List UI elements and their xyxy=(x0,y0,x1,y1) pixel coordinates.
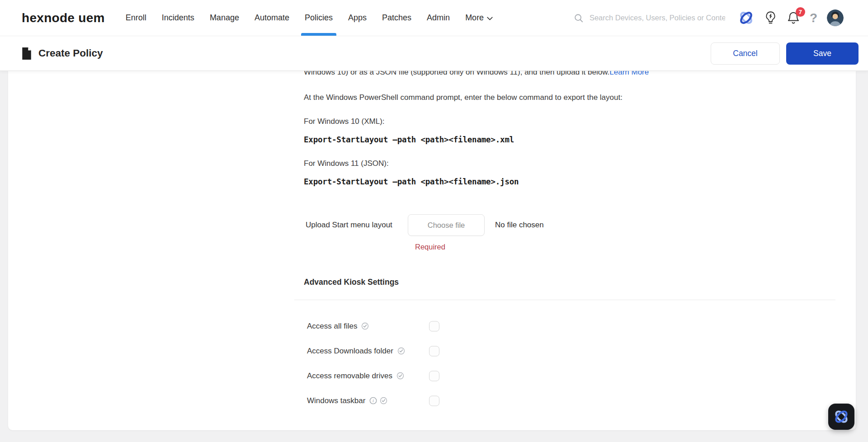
page-title: Create Policy xyxy=(38,47,103,59)
nav-item-label: More xyxy=(465,13,484,23)
upload-start-menu-row: Upload Start menu layout Choose file No … xyxy=(304,214,829,236)
hexnode-logo[interactable]: hexnode uem xyxy=(22,11,105,25)
tips-lightbulb-icon[interactable] xyxy=(764,11,777,25)
nav-item-enroll[interactable]: Enroll xyxy=(126,0,146,36)
policy-editor-card: Windows 10) or as a JSON file (supported… xyxy=(8,71,856,430)
setting-row: Access removable drives i xyxy=(304,363,494,388)
topnav-icons: 7 ? xyxy=(738,9,844,26)
nav-item-label: Patches xyxy=(382,13,411,23)
advanced-kiosk-settings-title: Advanced Kiosk Settings xyxy=(304,277,829,287)
setting-label: Windows taskbar xyxy=(307,396,365,405)
notification-badge: 7 xyxy=(796,7,805,17)
check-circle-icon xyxy=(396,372,404,380)
win10-command: Export-StartLayout –path <path><filename… xyxy=(304,135,829,144)
win11-label: For Windows 11 (JSON): xyxy=(304,159,829,168)
setting-label: Access all files xyxy=(307,322,357,331)
page-header: Create Policy Cancel Save xyxy=(0,36,868,71)
setting-checkbox[interactable] xyxy=(429,321,439,331)
check-circle-icon xyxy=(361,322,369,330)
nav-item-manage[interactable]: Manage xyxy=(210,0,239,36)
setting-label: Access removable drives xyxy=(307,371,392,381)
nav-item-label: Automate xyxy=(255,13,289,23)
nav-item-more[interactable]: More xyxy=(465,0,493,36)
setting-checkbox[interactable] xyxy=(429,395,439,406)
choose-file-button[interactable]: Choose file xyxy=(408,214,485,236)
setting-label: Access Downloads folder xyxy=(307,347,393,356)
file-chosen-status: No file chosen xyxy=(495,221,544,230)
user-avatar[interactable] xyxy=(827,9,844,26)
learn-more-link[interactable]: Learn More xyxy=(609,71,649,76)
setting-row: Windows taskbar i xyxy=(304,388,494,413)
intro-text-clipped: Windows 10) or as a JSON file (supported… xyxy=(304,71,829,78)
top-navigation-bar: hexnode uem Enroll Incidents Manage Auto… xyxy=(0,0,868,36)
section-divider xyxy=(294,300,835,300)
nav-item-policies[interactable]: Policies xyxy=(305,0,333,36)
notifications-bell-icon[interactable]: 7 xyxy=(787,11,800,25)
nav-item-automate[interactable]: Automate xyxy=(255,0,289,36)
setting-row: Access all files i xyxy=(304,314,494,339)
nav-item-label: Enroll xyxy=(126,13,146,23)
hexnode-genie-chat-button[interactable] xyxy=(828,404,854,430)
hexnode-genie-icon[interactable] xyxy=(738,9,755,26)
check-circle-icon xyxy=(380,397,387,404)
help-icon[interactable]: ? xyxy=(810,12,817,24)
nav-item-apps[interactable]: Apps xyxy=(348,0,367,36)
setting-row: Access Downloads folder i xyxy=(304,339,494,363)
nav-item-patches[interactable]: Patches xyxy=(382,0,411,36)
hexnode-genie-icon xyxy=(832,408,850,426)
info-icon[interactable]: i xyxy=(369,397,377,404)
nav-item-label: Incidents xyxy=(162,13,194,23)
win10-label: For Windows 10 (XML): xyxy=(304,117,829,126)
header-actions: Cancel Save xyxy=(711,42,859,65)
required-error-text: Required xyxy=(415,243,829,251)
svg-text:i: i xyxy=(373,398,374,403)
setting-checkbox[interactable] xyxy=(429,346,439,356)
settings-list: Access all files i Access Downloads fold… xyxy=(304,314,829,413)
main-nav: Enroll Incidents Manage Automate Policie… xyxy=(126,0,493,36)
save-button[interactable]: Save xyxy=(786,42,859,65)
policy-content: Windows 10) or as a JSON file (supported… xyxy=(8,71,856,413)
nav-item-label: Policies xyxy=(305,13,333,23)
nav-item-label: Manage xyxy=(210,13,239,23)
nav-item-incidents[interactable]: Incidents xyxy=(162,0,194,36)
nav-item-label: Admin xyxy=(427,13,450,23)
global-search xyxy=(574,13,725,23)
search-icon xyxy=(574,13,584,23)
search-input[interactable] xyxy=(590,14,725,22)
nav-item-label: Apps xyxy=(348,13,367,23)
chevron-down-icon xyxy=(487,17,493,20)
intro-text: Windows 10) or as a JSON file (supported… xyxy=(304,71,609,76)
setting-checkbox[interactable] xyxy=(429,371,439,381)
nav-item-admin[interactable]: Admin xyxy=(427,0,450,36)
powershell-instruction: At the Windows PowerShell command prompt… xyxy=(304,93,829,102)
policy-document-icon xyxy=(22,47,32,60)
check-circle-icon xyxy=(397,347,405,355)
win11-command: Export-StartLayout –path <path><filename… xyxy=(304,177,829,186)
cancel-button[interactable]: Cancel xyxy=(711,42,780,65)
upload-label: Upload Start menu layout xyxy=(306,221,408,230)
